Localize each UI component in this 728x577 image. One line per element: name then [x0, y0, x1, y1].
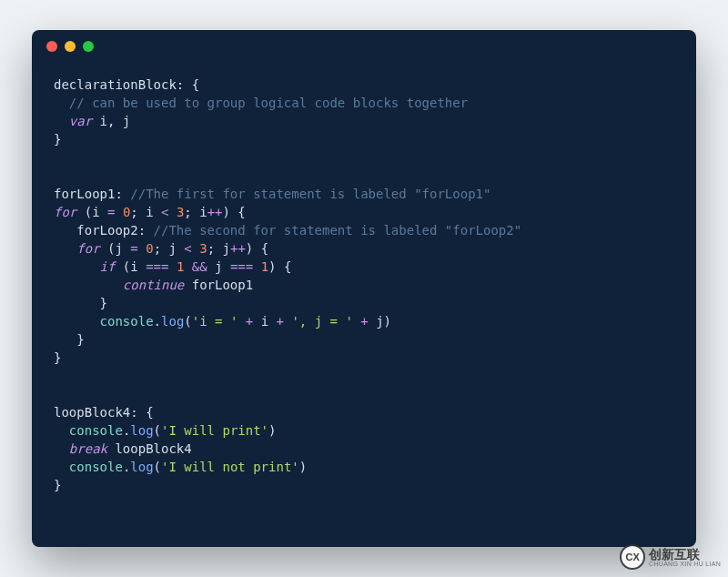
code-token: if [100, 259, 116, 274]
code-token [54, 96, 69, 110]
code-line: var i, j [54, 112, 674, 130]
code-token: ', j = ' [291, 314, 352, 329]
code-token: = [130, 241, 137, 256]
code-window: declarationBlock: { // can be used to gr… [32, 30, 696, 547]
code-token: } [54, 350, 61, 365]
code-token: log [161, 314, 184, 329]
code-token: (i [115, 259, 146, 274]
code-token: 3 [199, 241, 207, 256]
code-token: for [76, 241, 99, 256]
code-token: 'I will not print' [161, 460, 299, 474]
code-token [54, 314, 100, 329]
code-token: ( [154, 460, 161, 474]
code-token [54, 441, 69, 456]
code-token: ) { [268, 259, 291, 274]
code-token: (j [100, 241, 131, 256]
code-token: + [360, 314, 368, 329]
code-line: } [54, 294, 674, 312]
code-token: // can be used to group logical code blo… [69, 96, 468, 110]
code-token: ++ [207, 205, 223, 219]
watermark: CX 创新互联 CHUANG XIN HU LIAN [620, 544, 721, 570]
code-token [54, 278, 123, 292]
code-token: ; i [130, 205, 161, 219]
code-token: } [54, 296, 107, 310]
code-line: console.log('i = ' + i + ', j = ' + j) [54, 312, 674, 330]
code-editor: declarationBlock: { // can be used to gr… [32, 63, 696, 516]
code-token: console [100, 314, 154, 329]
code-token [353, 314, 360, 329]
code-token: . [154, 314, 161, 329]
code-line: for (j = 0; j < 3; j++) { [54, 239, 674, 258]
code-token [54, 423, 69, 438]
code-token: ( [184, 314, 191, 329]
code-token: ( [154, 423, 161, 438]
code-token [253, 259, 260, 274]
code-token [54, 460, 69, 474]
code-token: forLoop1 [54, 187, 115, 201]
code-token: + [246, 314, 253, 329]
code-token: 'i = ' [192, 314, 238, 329]
code-line: console.log('I will not print') [54, 458, 674, 476]
code-line: forLoop1: //The first for statement is l… [54, 185, 674, 203]
watermark-text: 创新互联 CHUANG XIN HU LIAN [649, 548, 721, 567]
code-token: ) { [246, 241, 268, 256]
code-token: //The first for statement is labeled "fo… [130, 187, 490, 201]
code-line: loopBlock4: { [54, 403, 674, 421]
code-token: j [207, 259, 230, 274]
code-token [184, 259, 191, 274]
code-token: forLoop1 [184, 278, 253, 292]
zoom-icon[interactable] [83, 41, 94, 52]
code-token [168, 205, 176, 219]
code-token: continue [123, 278, 184, 292]
code-token: 1 [261, 259, 268, 274]
code-token: 'I will print' [161, 423, 268, 438]
code-token: ) { [223, 205, 246, 219]
code-token: : { [130, 405, 153, 420]
code-line: } [54, 130, 674, 148]
code-token: ) [268, 423, 276, 438]
code-line [54, 148, 674, 167]
code-token [115, 205, 122, 219]
watermark-en: CHUANG XIN HU LIAN [649, 561, 721, 567]
code-token: loopBlock4 [107, 441, 192, 456]
code-token [138, 241, 146, 256]
minimize-icon[interactable] [65, 41, 76, 52]
code-token: console [69, 460, 123, 474]
code-token: var [69, 114, 92, 128]
code-token [192, 241, 199, 256]
code-token: loopBlock4 [54, 405, 130, 420]
code-token: log [130, 460, 153, 474]
code-token: ; i [184, 205, 207, 219]
code-line [54, 385, 674, 403]
code-token: j) [369, 314, 391, 329]
code-line: } [54, 349, 674, 367]
watermark-logo-icon: CX [620, 544, 645, 570]
code-line: console.log('I will print') [54, 421, 674, 440]
code-token: ; j [207, 241, 230, 256]
code-token: log [130, 423, 153, 438]
code-line [54, 367, 674, 385]
code-token [238, 314, 245, 329]
code-token: : { [177, 77, 199, 92]
code-token: declarationBlock [54, 77, 177, 92]
code-token: (i [76, 205, 107, 219]
code-token: //The second for statement is labeled "f… [154, 223, 522, 238]
code-token: : [138, 223, 154, 238]
code-line: for (i = 0; i < 3; i++) { [54, 203, 674, 221]
code-token: ) [299, 460, 307, 474]
window-titlebar [32, 30, 696, 63]
code-token: for [54, 205, 76, 219]
code-token [168, 259, 176, 274]
code-token: break [69, 441, 107, 456]
code-token: 0 [146, 241, 153, 256]
code-token: } [54, 132, 61, 147]
close-icon[interactable] [46, 41, 57, 52]
code-token: < [184, 241, 191, 256]
code-token: i [253, 314, 276, 329]
code-token [54, 241, 76, 256]
code-line: if (i === 1 && j === 1) { [54, 258, 674, 276]
code-line: } [54, 330, 674, 349]
code-token: && [192, 259, 207, 274]
code-token: ++ [230, 241, 246, 256]
code-token: + [277, 314, 284, 329]
